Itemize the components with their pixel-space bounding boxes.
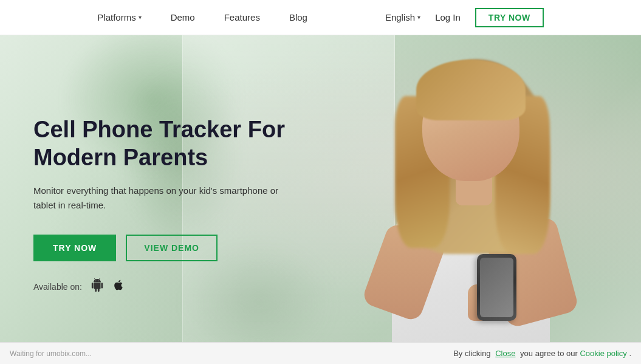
cookie-message-prefix: By clicking [453,349,490,358]
person-hair-top [416,60,526,120]
available-on-label: Available on: [33,282,82,292]
nav-login-label: Log In [435,12,461,22]
status-text: Waiting for umobix.com... [10,349,92,358]
hero-buttons: TRY NOW VIEW DEMO [33,235,316,261]
cookie-message-suffix: . [629,349,631,358]
cookie-close-link[interactable]: Close [495,349,515,358]
hero-view-demo-button[interactable]: VIEW DEMO [126,235,218,261]
person-phone [477,254,516,321]
nav-try-now-button[interactable]: TRY NOW [475,8,544,27]
nav-platforms[interactable]: Platforms ▾ [97,12,141,22]
chevron-down-icon: ▾ [139,14,142,21]
cookie-bar: Waiting for umobix.com... By clicking Cl… [0,342,641,364]
hero-title: Cell Phone Tracker For Modern Parents [33,116,316,171]
language-chevron-icon: ▾ [417,14,420,21]
hero-person-illustration [355,47,611,363]
phone-screen [480,258,513,317]
apple-icon [112,278,125,295]
nav-links-left: Platforms ▾ Demo Features Blog [97,12,307,22]
nav-features[interactable]: Features [224,12,260,22]
hero-try-now-button[interactable]: TRY NOW [33,235,116,261]
cookie-message: By clicking Close you agree to our Cooki… [453,349,631,358]
nav-blog-label: Blog [289,12,307,22]
nav-demo-label: Demo [171,12,195,22]
nav-features-label: Features [224,12,260,22]
nav-demo[interactable]: Demo [171,12,195,22]
hero-subtitle: Monitor everything that happens on your … [33,184,301,213]
nav-platforms-label: Platforms [97,12,135,22]
android-icon [91,278,104,295]
nav-login[interactable]: Log In [435,12,461,22]
hero-content: Cell Phone Tracker For Modern Parents Mo… [0,35,340,364]
cookie-policy-link[interactable]: Cookie policy [580,349,626,358]
available-on-section: Available on: [33,278,316,295]
nav-links-right: English ▾ Log In TRY NOW [385,8,544,27]
navbar: Platforms ▾ Demo Features Blog English ▾… [0,0,641,35]
nav-language-label: English [385,12,415,22]
nav-blog[interactable]: Blog [289,12,307,22]
cookie-message-middle: you agree to our [520,349,578,358]
hero-section: Cell Phone Tracker For Modern Parents Mo… [0,35,641,364]
nav-language[interactable]: English ▾ [385,12,420,22]
